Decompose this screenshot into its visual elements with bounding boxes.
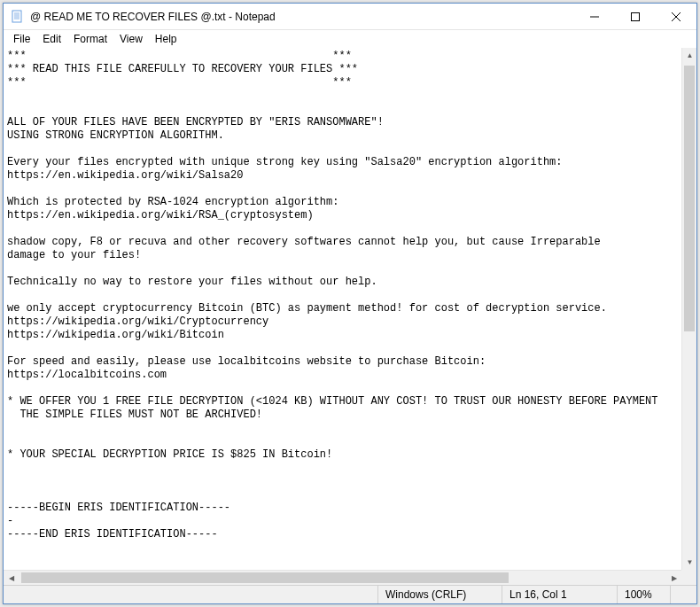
scrollbar-corner — [681, 570, 696, 585]
scroll-down-arrow-icon[interactable]: ▼ — [682, 555, 697, 570]
titlebar[interactable]: @ READ ME TO RECOVER FILES @.txt - Notep… — [4, 4, 696, 30]
status-position: Ln 16, Col 1 — [502, 586, 617, 603]
svg-rect-6 — [632, 12, 640, 20]
statusbar: Windows (CRLF) Ln 16, Col 1 100% — [4, 585, 696, 603]
status-encoding: Windows (CRLF) — [377, 586, 502, 603]
minimize-button[interactable] — [574, 4, 615, 29]
status-extra — [670, 586, 696, 603]
window-title: @ READ ME TO RECOVER FILES @.txt - Notep… — [30, 11, 574, 23]
scroll-up-arrow-icon[interactable]: ▲ — [682, 48, 697, 63]
text-editor[interactable]: *** *** *** READ THIS FILE CAREFULLY TO … — [4, 48, 696, 603]
scroll-left-arrow-icon[interactable]: ◀ — [4, 571, 19, 586]
maximize-button[interactable] — [615, 4, 656, 29]
menu-file[interactable]: File — [7, 32, 36, 46]
vertical-scroll-thumb[interactable] — [684, 66, 695, 331]
status-zoom: 100% — [617, 586, 670, 603]
horizontal-scroll-thumb[interactable] — [21, 572, 509, 583]
app-icon — [11, 10, 25, 24]
menu-view[interactable]: View — [113, 32, 149, 46]
menu-format[interactable]: Format — [67, 32, 113, 46]
menu-help[interactable]: Help — [149, 32, 183, 46]
close-button[interactable] — [656, 4, 696, 29]
menu-edit[interactable]: Edit — [36, 32, 67, 46]
svg-rect-0 — [12, 11, 21, 22]
horizontal-scrollbar[interactable]: ◀ ▶ — [4, 570, 681, 585]
menubar: File Edit Format View Help — [4, 30, 696, 48]
scroll-right-arrow-icon[interactable]: ▶ — [666, 571, 681, 586]
vertical-scrollbar[interactable]: ▲ ▼ — [681, 48, 696, 570]
notepad-window: @ READ ME TO RECOVER FILES @.txt - Notep… — [3, 3, 697, 604]
window-controls — [574, 4, 696, 29]
